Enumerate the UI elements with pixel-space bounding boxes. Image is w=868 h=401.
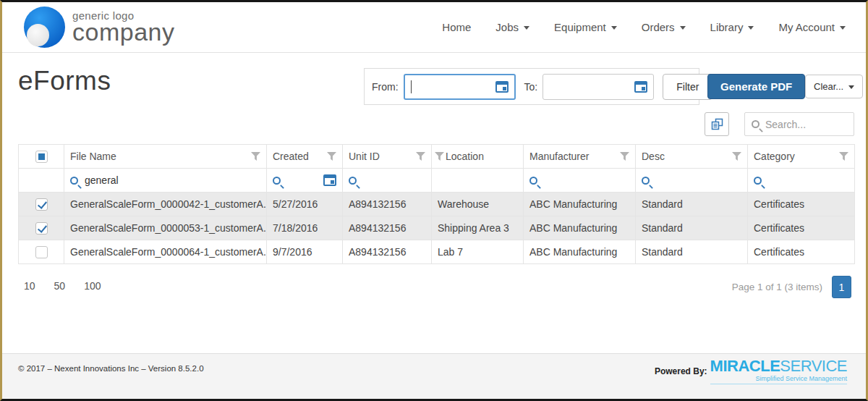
pager-summary: Page 1 of 1 (3 items) [732,282,822,292]
funnel-icon[interactable] [732,152,741,161]
funnel-icon[interactable] [327,152,336,161]
page-title: eForms [18,66,111,96]
chevron-down-icon [840,26,846,30]
footer: © 2017 – Nexent Innovations Inc – Versio… [2,353,866,399]
powered-by-label: Powered By: [655,366,707,376]
chevron-down-icon [524,26,529,30]
search-icon[interactable] [754,177,762,185]
chevron-down-icon [848,85,854,89]
to-date-input[interactable] [549,81,630,93]
category-filter-input[interactable] [768,174,848,186]
from-date-field[interactable] [404,74,516,100]
page-size-options: 10 50 100 [24,280,101,292]
brand-tagline: Simplified Service Management [710,375,847,384]
search-icon[interactable] [529,177,537,185]
unit-id-filter-input[interactable] [363,174,425,186]
date-filter-group: From: To: Filter [364,68,699,105]
funnel-icon[interactable] [839,152,848,161]
grid-search-field[interactable] [744,112,854,136]
eforms-table: File Name Created Unit ID Location Manuf… [18,144,855,264]
miracle-service-logo: MIRACLESERVICE Simplified Service Manage… [710,358,847,384]
calendar-icon[interactable] [634,81,647,93]
row-checkbox[interactable] [35,198,48,211]
nav-item-equipment[interactable]: Equipment [554,21,617,33]
search-icon[interactable] [349,177,357,185]
to-date-field[interactable] [542,74,654,100]
funnel-icon[interactable] [251,152,260,161]
table-filter-row [19,169,855,193]
app-window: generic logo company Home Jobs Equipment… [0,0,868,401]
powered-by-block: Powered By: MIRACLESERVICE Simplified Se… [655,358,847,384]
grid-search-input[interactable] [765,119,847,130]
to-label: To: [524,81,538,93]
from-date-input[interactable] [410,81,491,93]
chevron-down-icon [611,26,617,30]
export-copy-icon [710,117,724,131]
nav-item-my-account[interactable]: My Account [778,21,846,33]
nav-item-home[interactable]: Home [442,21,471,33]
col-header-manufacturer[interactable]: Manufacturer [524,145,636,169]
file-name-filter-input[interactable] [85,174,260,186]
search-icon[interactable] [273,177,281,185]
export-button[interactable] [705,112,729,136]
col-header-desc[interactable]: Desc [636,145,748,169]
table-row[interactable]: GeneralScaleForm_0000042-1_customerA... … [19,193,855,216]
clear-dropdown-button[interactable]: Clear... [805,75,863,98]
logo-name: company [72,20,174,44]
page-size-100[interactable]: 100 [84,280,101,292]
company-logo[interactable]: generic logo company [24,7,174,48]
table-row[interactable]: GeneralScaleForm_0000064-1_customerA... … [19,240,855,264]
page-1-button[interactable]: 1 [832,276,851,298]
col-header-created[interactable]: Created [267,145,343,169]
chevron-down-icon [748,26,754,30]
calendar-icon[interactable] [495,81,509,93]
row-checkbox[interactable] [35,222,48,235]
col-header-unit-id[interactable]: Unit ID [343,145,432,169]
main-nav: Home Jobs Equipment Orders Library My Ac… [442,21,846,33]
logo-circle-icon [24,7,65,48]
nav-item-jobs[interactable]: Jobs [495,21,529,33]
row-checkbox[interactable] [35,246,48,258]
generate-pdf-button[interactable]: Generate PDF [707,74,805,99]
manufacturer-filter-input[interactable] [544,174,629,186]
col-header-category[interactable]: Category [748,145,855,169]
page-size-50[interactable]: 50 [54,280,66,292]
table-row[interactable]: GeneralScaleForm_0000053-1_customerA... … [19,216,855,240]
search-icon [752,120,760,128]
select-all-checkbox[interactable] [35,151,48,163]
chevron-down-icon [680,26,686,30]
from-label: From: [372,81,399,93]
table-header-row: File Name Created Unit ID Location Manuf… [19,145,855,169]
main-content: eForms From: To: Filter Generate PDF Cle… [2,53,866,353]
desc-filter-input[interactable] [656,174,741,186]
funnel-icon[interactable] [435,152,444,161]
calendar-icon[interactable] [323,174,336,186]
copyright-text: © 2017 – Nexent Innovations Inc – Versio… [18,364,204,373]
col-header-location[interactable]: Location [432,145,524,169]
col-header-file-name[interactable]: File Name [64,145,267,169]
nav-item-library[interactable]: Library [710,21,754,33]
nav-item-orders[interactable]: Orders [642,21,686,33]
page-size-10[interactable]: 10 [24,280,35,292]
funnel-icon[interactable] [416,152,425,161]
search-icon[interactable] [70,177,78,185]
filter-button[interactable]: Filter [663,74,712,100]
funnel-icon[interactable] [620,152,629,161]
search-icon[interactable] [642,177,650,185]
top-nav-bar: generic logo company Home Jobs Equipment… [2,2,866,53]
